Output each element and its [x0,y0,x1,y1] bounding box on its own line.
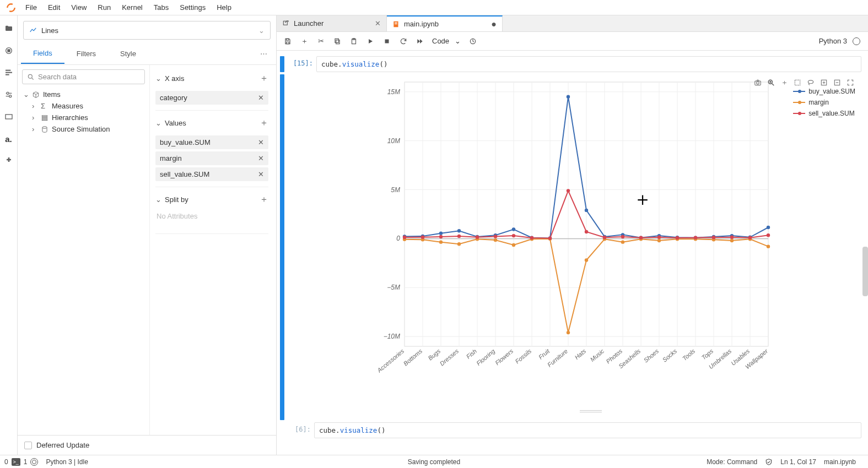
run-all-button[interactable] [412,34,428,48]
terminal-icon: >_ [12,458,20,466]
more-icon[interactable]: ⋯ [256,47,273,60]
status-kernel[interactable]: Python 3 | Idle [46,458,88,466]
plot[interactable]: ＋ −10M−5M05M10M15MAccessoriesBottomsBugs… [327,77,856,407]
save-button[interactable] [280,34,295,48]
chevron-down-icon[interactable]: ⌄ [155,195,161,204]
remove-chip-icon[interactable]: ✕ [258,138,264,146]
insert-cell-button[interactable]: ＋ [296,34,312,48]
pan-icon[interactable]: ＋ [779,78,789,88]
scrollbar[interactable] [862,247,868,296]
tree-item-source-simulation[interactable]: › Source Simulation [31,123,145,135]
search-input[interactable]: Search data [22,69,145,84]
paste-button[interactable] [346,34,362,48]
menu-help[interactable]: Help [211,1,237,14]
menu-view[interactable]: View [66,1,92,14]
chart-type-select[interactable]: Lines ⌄ [23,21,271,40]
settings-icon[interactable] [4,90,14,100]
chevron-down-icon[interactable]: ⌄ [155,74,161,83]
svg-text:5M: 5M [391,186,400,194]
code-editor[interactable]: cube.visualize() [316,56,861,72]
add-value-button[interactable]: ＋ [260,117,268,129]
deferred-checkbox[interactable] [24,442,32,449]
tree-item-measures[interactable]: › Σ Measures [31,100,145,112]
legend-swatch-icon [793,102,805,103]
kernel-name[interactable]: Python 3 [819,37,847,45]
search-placeholder: Search data [38,73,77,81]
extensions-icon[interactable] [4,156,14,166]
atoti-icon[interactable]: a. [4,134,14,144]
stop-button[interactable] [379,34,395,48]
restart-button[interactable] [396,34,411,48]
cut-button[interactable]: ✂ [313,34,328,48]
tab-style[interactable]: Style [108,44,148,63]
svg-point-121 [403,236,406,239]
kernel-status-icon[interactable] [853,37,860,45]
close-tab-icon[interactable]: ✕ [375,19,381,28]
svg-text:Furniture: Furniture [546,347,569,368]
tab-filters[interactable]: Filters [64,44,108,63]
commands-icon[interactable] [4,68,14,78]
menu-bar: FileEditViewRunKernelTabsSettingsHelp [0,0,868,15]
notebook-area: Launcher ✕ main.ipynb ● ＋ ✂ [277,15,868,455]
status-mode[interactable]: Mode: Command [707,458,757,466]
svg-marker-29 [420,39,423,43]
tab-main-ipynb[interactable]: main.ipynb ● [387,15,503,31]
code-cell[interactable]: [15]: cube.visualize() [280,56,861,72]
svg-rect-16 [283,21,287,25]
menu-kernel[interactable]: Kernel [116,1,148,14]
tree-item-hierarchies[interactable]: › Hierarchies [31,112,145,123]
add-xaxis-button[interactable]: ＋ [260,73,268,84]
resize-handle[interactable] [580,410,602,412]
svg-point-129 [548,237,552,240]
tab-launcher[interactable]: Launcher ✕ [277,15,387,31]
menu-settings[interactable]: Settings [174,1,211,14]
menu-file[interactable]: File [20,1,42,14]
remove-chip-icon[interactable]: ✕ [258,154,264,162]
svg-point-128 [530,236,533,240]
remove-chip-icon[interactable]: ✕ [258,170,264,178]
chevron-down-icon[interactable]: ⌄ [155,119,161,127]
menu-run[interactable]: Run [92,1,116,14]
chip-margin[interactable]: margin✕ [155,151,268,165]
run-button[interactable] [363,34,378,48]
legend-item[interactable]: buy_value.SUM [793,88,855,95]
tab-fields[interactable]: Fields [21,43,64,64]
status-file[interactable]: main.ipynb [824,458,856,466]
chip-sell-value[interactable]: sell_value.SUM✕ [155,167,268,181]
svg-text:−10M: −10M [384,333,400,340]
running-icon[interactable] [4,46,14,56]
tabs-icon[interactable] [4,112,14,122]
menu-tabs[interactable]: Tabs [148,1,174,14]
status-trust[interactable] [765,458,773,466]
zoom-icon[interactable] [766,78,776,88]
svg-point-88 [567,95,570,98]
svg-rect-22 [336,40,339,43]
copy-button[interactable] [330,34,345,48]
code-cell[interactable]: [6]: cube.visualize() [280,422,861,438]
svg-text:Flooring: Flooring [475,347,497,367]
add-splitby-button[interactable]: ＋ [260,194,268,205]
svg-point-122 [421,236,424,239]
remove-chip-icon[interactable]: ✕ [258,94,264,102]
code-editor[interactable]: cube.visualize() [314,422,861,438]
svg-rect-20 [287,39,289,40]
svg-text:−5M: −5M [387,284,400,291]
camera-icon[interactable] [753,78,763,88]
cell-gutter [280,74,284,420]
svg-point-106 [512,243,515,247]
status-terminals[interactable]: 0 >_ 1 [4,458,38,466]
svg-rect-12 [42,115,47,116]
render-button[interactable] [465,34,481,48]
legend-item[interactable]: sell_value.SUM [793,110,855,117]
dirty-indicator-icon[interactable]: ● [491,19,497,29]
cell-type-select[interactable]: Code ⌄ [429,36,464,46]
menu-edit[interactable]: Edit [42,1,66,14]
notebook-body[interactable]: [15]: cube.visualize() ＋ [277,51,868,455]
tree-root-items[interactable]: ⌄ Items [22,89,145,100]
status-cursor[interactable]: Ln 1, Col 17 [780,458,816,466]
folder-icon[interactable] [4,24,14,34]
legend-item[interactable]: margin [793,99,855,106]
chip-category[interactable]: category ✕ [155,91,268,105]
chip-buy-value[interactable]: buy_value.SUM✕ [155,135,268,149]
svg-text:Bugs: Bugs [427,347,441,362]
